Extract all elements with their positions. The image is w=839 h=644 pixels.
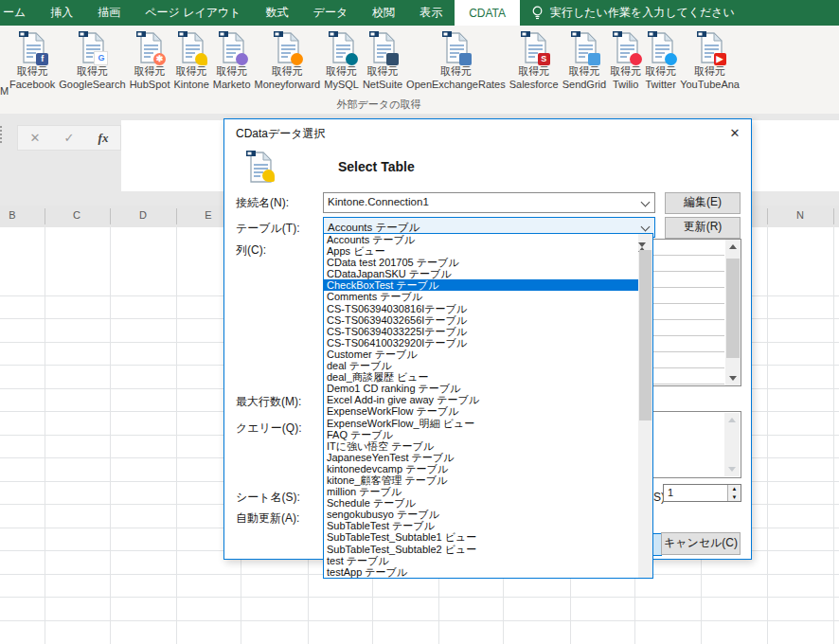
hubspot-logo-icon: ✱ — [153, 53, 166, 65]
get-from-moneyforward-button[interactable]: 取得元Moneyforward — [255, 30, 321, 91]
dropdown-item[interactable]: CData test 201705 テーブル — [324, 257, 638, 268]
column-header-D[interactable]: D — [139, 209, 147, 221]
ribbon-tab-描画[interactable]: 描画 — [85, 0, 133, 26]
get-from-sendgrid-button[interactable]: 取得元SendGrid — [562, 30, 606, 91]
get-from-hubspot-button[interactable]: ✱取得元HubSpot — [130, 30, 170, 91]
kintone-logo-icon — [262, 170, 275, 182]
get-from-mysql-button[interactable]: 取得元MySQL — [324, 30, 359, 91]
dropdown-item[interactable]: CS-TS06394033225Iテーブル — [324, 326, 638, 337]
dropdown-item[interactable]: SubTableTest_Subtable1 ビュー — [324, 531, 638, 543]
ribbon-tab-ーム[interactable]: ーム — [0, 0, 38, 26]
twilio-document-icon — [612, 30, 640, 64]
netsuite-logo-icon — [386, 53, 399, 65]
moneyforward-document-icon — [273, 30, 301, 64]
mysql-logo-icon — [346, 53, 358, 65]
ribbon-tab-ページ レイアウト[interactable]: ページ レイアウト — [133, 0, 253, 26]
connection-combo[interactable]: Kintone.Connection1 — [323, 192, 655, 213]
insert-function-icon[interactable]: fx — [98, 131, 109, 146]
column-header-C[interactable]: C — [73, 209, 80, 221]
dropdown-item[interactable]: Excel Add-in give away テーブル — [324, 394, 638, 405]
facebook-logo-icon: f — [36, 53, 48, 65]
dropdown-item[interactable]: kintonedevcamp テーブル — [324, 463, 638, 474]
get-from-kintone-button[interactable]: 取得元Kintone — [173, 30, 208, 91]
dropdown-item[interactable]: JapaneseYenTest テーブル — [324, 452, 638, 463]
dropdown-item[interactable]: testApp テーブル — [324, 566, 638, 578]
get-from-facebook-button[interactable]: f取得元Facebook — [9, 30, 55, 91]
columns-scrollbar[interactable] — [725, 240, 741, 385]
source-name-label: Salesforce — [509, 78, 559, 91]
facebook-document-icon: f — [18, 30, 46, 64]
ribbon-tab-数式[interactable]: 数式 — [254, 0, 301, 26]
header-divider — [176, 208, 177, 224]
scroll-down-icon[interactable] — [725, 371, 741, 385]
dropdown-item[interactable]: test テーブル — [324, 555, 638, 566]
dropdown-scrollbar[interactable] — [638, 234, 652, 578]
column-header-E[interactable]: E — [205, 209, 211, 221]
get-from-openexchangerates-button[interactable]: 取得元OpenExchangeRates — [406, 30, 506, 91]
dropdown-item[interactable]: CS-TS06410032920Iテーブル — [324, 337, 638, 349]
source-name-label: HubSpot — [130, 78, 170, 91]
scroll-up-icon[interactable] — [724, 413, 740, 427]
mysql-document-icon — [328, 30, 356, 64]
dropdown-item[interactable]: CDataJapanSKU テーブル — [324, 268, 638, 279]
get-from-youtubeana-button[interactable]: ▶取得元YouTubeAna — [680, 30, 740, 91]
get-from-marketo-button[interactable]: 取得元Marketo — [213, 30, 251, 91]
start-value-spinner[interactable]: 1 ▲▼ — [663, 484, 741, 502]
cancel-button[interactable]: キャンセル(C) — [661, 532, 741, 555]
start-value: 1 — [668, 487, 673, 498]
ribbon-tab-校閲[interactable]: 校閲 — [360, 0, 407, 26]
dropdown-item[interactable]: sengokubusyo テーブル — [324, 509, 638, 520]
dropdown-item[interactable]: Comments テーブル — [324, 291, 638, 302]
dropdown-item[interactable]: Apps ビュー — [324, 245, 638, 257]
get-from-netsuite-button[interactable]: 取得元NetSuite — [363, 30, 402, 91]
dropdown-item[interactable]: CS-TS06394032656Iテーブル — [324, 314, 638, 326]
dropdown-item[interactable]: ExpenseWorkFlow_明細 ビュー — [324, 418, 638, 429]
dropdown-item[interactable]: CheckBoxTest テーブル — [324, 279, 638, 291]
grid-column-line — [45, 227, 45, 644]
column-header-N[interactable]: N — [796, 209, 804, 221]
refresh-button[interactable]: 更新(R) — [665, 217, 741, 239]
ribbon-tab-表示[interactable]: 表示 — [407, 0, 455, 26]
get-from-googlesearch-button[interactable]: G取得元GoogleSearch — [59, 30, 125, 91]
close-icon[interactable]: ✕ — [726, 125, 743, 142]
get-from-salesforce-button[interactable]: S取得元Salesforce — [509, 30, 559, 91]
dropdown-item[interactable]: Customer テーブル — [324, 349, 638, 360]
dropdown-item[interactable]: deal_商談履歴 ビュー — [324, 371, 638, 383]
twitter-logo-icon — [665, 53, 677, 65]
dropdown-item[interactable]: Accounts テーブル — [324, 234, 638, 245]
get-from-label: 取得元 — [518, 64, 549, 78]
dropdown-item[interactable]: ExpenseWorkFlow テーブル — [324, 405, 638, 417]
ribbon-tab-bar: ーム挿入描画ページ レイアウト数式データ校閲表示CDATA 実行したい作業を入力… — [0, 0, 839, 26]
scrollbar-thumb[interactable] — [726, 259, 740, 358]
table-dropdown-list[interactable]: Accounts テーブルApps ビューCData test 201705 テ… — [323, 233, 653, 579]
dropdown-item[interactable]: SubTableTest テーブル — [324, 520, 638, 531]
dropdown-item[interactable]: deal テーブル — [324, 360, 638, 371]
accept-entry-icon[interactable]: ✓ — [64, 131, 75, 145]
scroll-up-icon[interactable] — [725, 240, 741, 254]
get-from-twilio-button[interactable]: 取得元Twilio — [610, 30, 641, 91]
grid-column-line — [176, 227, 177, 644]
scroll-down-icon[interactable] — [724, 462, 740, 476]
dropdown-item[interactable]: Schedule テーブル — [324, 497, 638, 509]
cancel-entry-icon[interactable]: ✕ — [30, 131, 41, 145]
excel-window: ーム挿入描画ページ レイアウト数式データ校閲表示CDATA 実行したい作業を入力… — [0, 0, 839, 644]
ribbon-tab-CDATA[interactable]: CDATA — [455, 0, 520, 26]
ribbon-tab-挿入[interactable]: 挿入 — [38, 0, 85, 26]
get-from-twitter-button[interactable]: 取得元Twitter — [645, 30, 676, 91]
dropdown-item[interactable]: ITに強い悟空 テーブル — [324, 440, 638, 452]
dropdown-item[interactable]: million テーブル — [324, 486, 638, 497]
column-header-B[interactable]: B — [9, 209, 15, 221]
dropdown-item[interactable]: FAQ テーブル — [324, 429, 638, 440]
edit-button[interactable]: 編集(E) — [665, 192, 741, 214]
dropdown-item[interactable]: CS-TS06394030816Iテーブル — [324, 303, 638, 314]
scrollbar-thumb[interactable] — [639, 250, 652, 420]
sheet-name-label: シート名(S): — [236, 490, 300, 506]
source-name-label: Facebook — [9, 78, 55, 91]
dropdown-item[interactable]: SubTableTest_Subtable2 ビュー — [324, 544, 638, 555]
dropdown-item[interactable]: Demo1 CD ranking テーブル — [324, 383, 638, 394]
spinner-arrows[interactable]: ▲▼ — [727, 485, 741, 501]
ribbon-tab-データ[interactable]: データ — [301, 0, 361, 26]
dropdown-item[interactable]: kitone_顧客管理 テーブル — [324, 474, 638, 486]
query-scrollbar[interactable] — [724, 413, 740, 476]
tell-me-box[interactable]: 実行したい作業を入力してください — [531, 0, 735, 26]
